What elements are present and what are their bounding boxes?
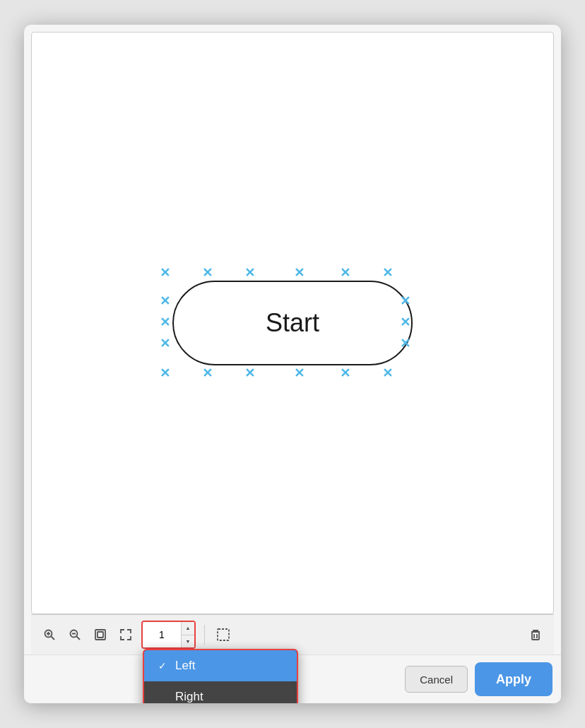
spin-up-button[interactable]: ▲ [182,622,194,635]
handle-mid-right-bottom[interactable]: ✕ [398,337,411,350]
dropdown-item-left[interactable]: ✓ Left [144,650,297,681]
expand-icon[interactable] [116,625,136,645]
handle-mid-left-top[interactable]: ✕ [158,295,171,307]
canvas-area: Start ✕ ✕ ✕ ✕ ✕ ✕ ✕ ✕ ✕ ✕ ✕ ✕ ✕ ✕ ✕ ✕ ✕ … [31,32,554,614]
border-box-icon[interactable] [213,625,233,645]
dialog: Start ✕ ✕ ✕ ✕ ✕ ✕ ✕ ✕ ✕ ✕ ✕ ✕ ✕ ✕ ✕ ✕ ✕ … [24,25,561,703]
handle-bottom-center-right[interactable]: ✕ [292,367,305,380]
stadium-shape: Start [172,281,413,365]
handle-bottom-right-mid[interactable]: ✕ [338,367,351,380]
spinbox-dropdown-container: ▲ ▼ ✓ Left Right Top [141,621,196,649]
handle-mid-left-center[interactable]: ✕ [158,316,171,329]
svg-line-5 [77,637,81,640]
zoom-in-icon[interactable] [40,625,59,645]
handle-top-center-left[interactable]: ✕ [243,266,256,279]
handle-mid-left-bottom[interactable]: ✕ [158,337,171,350]
spin-buttons: ▲ ▼ [182,622,194,647]
spinbox-input[interactable] [143,622,182,647]
fit-icon[interactable] [90,625,110,645]
dropdown-menu: ✓ Left Right Top Bottom [143,649,298,703]
handle-top-left-mid[interactable]: ✕ [201,266,213,279]
shape-label: Start [266,308,319,338]
handle-mid-right-center[interactable]: ✕ [398,316,411,329]
trash-icon-area [526,625,545,645]
toolbar: ▲ ▼ ✓ Left Right Top [31,614,554,654]
handle-top-left-outer[interactable]: ✕ [158,266,171,279]
zoom-out-icon[interactable] [65,625,85,645]
handle-bottom-center-left[interactable]: ✕ [243,367,256,380]
shape-container: Start ✕ ✕ ✕ ✕ ✕ ✕ ✕ ✕ ✕ ✕ ✕ ✕ ✕ ✕ ✕ ✕ ✕ … [158,266,427,380]
svg-rect-9 [218,629,229,640]
toolbar-separator [204,625,205,645]
checkmark-icon: ✓ [158,660,170,671]
dropdown-item-right[interactable]: Right [144,681,297,703]
handle-bottom-left-outer[interactable]: ✕ [158,367,171,380]
trash-icon[interactable] [526,625,545,645]
spin-down-button[interactable]: ▼ [182,635,194,648]
svg-line-1 [52,637,55,640]
handle-top-right-mid[interactable]: ✕ [338,266,351,279]
handle-mid-right-top[interactable]: ✕ [398,295,411,307]
handle-bottom-left-mid[interactable]: ✕ [201,367,213,380]
apply-button[interactable]: Apply [475,662,552,696]
svg-rect-10 [532,632,539,640]
handle-top-right-outer[interactable]: ✕ [381,266,394,279]
svg-rect-8 [98,632,103,638]
handle-top-center-right[interactable]: ✕ [292,266,305,279]
cancel-button[interactable]: Cancel [405,666,468,693]
handle-bottom-right-outer[interactable]: ✕ [381,367,394,380]
